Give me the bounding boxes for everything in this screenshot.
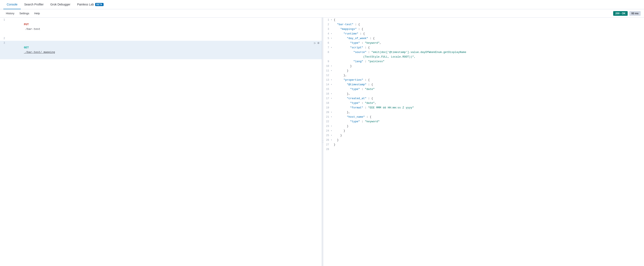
fold-13[interactable]: ▾ (331, 78, 334, 82)
json-num-17: 17 (323, 96, 331, 101)
settings-label: Settings (19, 12, 29, 15)
json-num-2: 2 (323, 22, 331, 27)
tab-grok-debugger[interactable]: Grok Debugger (47, 0, 74, 9)
fold-20[interactable]: ▾ (331, 110, 334, 115)
fold-1[interactable]: ▾ (331, 18, 334, 22)
json-num-19: 19 (323, 105, 331, 110)
panel-divider[interactable]: ⋮⋮ (322, 18, 323, 266)
help-button[interactable]: Help (32, 9, 42, 18)
url-path-1: /bar-test (24, 28, 40, 31)
json-content-19: "format" : "EEE MMM dd HH:mm:ss Z yyyy" (334, 105, 644, 110)
json-num-21: 21 (323, 115, 331, 119)
fold-11[interactable]: ▾ (331, 68, 334, 73)
fold-21[interactable]: ▾ (331, 115, 334, 119)
json-content-4: "runtime" : { (334, 32, 644, 36)
json-content-5: "day_of_week" : { (334, 36, 644, 41)
method-get: GET (24, 46, 29, 49)
editor-line-2: 2 (0, 36, 322, 41)
json-line-25: 25 ▾ } (323, 133, 644, 138)
toolbar: History Settings Help 200 - OK 93 ms (0, 9, 644, 18)
method-put: PUT (24, 23, 29, 26)
json-content-17: "created_at" : { (334, 96, 644, 101)
editor-content[interactable]: 1 PUT /bar-test 2 3 GET /bar-test/_mappi… (0, 18, 322, 266)
fold-16[interactable]: ▾ (331, 92, 334, 96)
json-content-3: "mappings" : { (334, 27, 644, 32)
json-content-6: "type" : "keyword", (334, 41, 644, 45)
json-num-5: 5 (323, 36, 331, 41)
line-content-1[interactable]: PUT /bar-test (8, 18, 322, 36)
settings-button[interactable]: Settings (17, 9, 32, 18)
json-line-18: 18 "type" : "date", (323, 101, 644, 105)
json-content-7: "script" : { (334, 45, 644, 50)
json-content-15: "type" : "date" (334, 87, 644, 92)
json-line-10: 10 ▾ } (323, 64, 644, 68)
fold-14[interactable]: ▾ (331, 82, 334, 87)
json-line-15: 15 "type" : "date" (323, 87, 644, 92)
json-line-21: 21 ▾ "host_name" : { (323, 115, 644, 119)
json-content-20: }, (334, 110, 644, 115)
tab-grok-debugger-label: Grok Debugger (50, 3, 70, 6)
fold-26[interactable]: ▾ (331, 138, 334, 143)
json-content-8b: (TextStyle.FULL, Locale.ROOT))", (334, 55, 644, 59)
json-num-25: 25 (323, 133, 331, 138)
json-line-26: 26 ▾ } (323, 138, 644, 143)
json-num-16: 16 (323, 92, 331, 96)
fold-23[interactable]: ▾ (331, 124, 334, 128)
line-actions-3: ▷ ⚙ (314, 41, 322, 45)
json-line-22: 22 "type" : "keyword" (323, 119, 644, 124)
json-content-25: } (334, 133, 644, 138)
json-content-12: }, (334, 73, 644, 78)
json-content-13: "properties" : { (334, 78, 644, 82)
json-line-27: 27 } (323, 143, 644, 147)
json-num-8: 8 (323, 50, 331, 55)
json-num-10: 10 (323, 64, 331, 68)
json-content-1: { (334, 18, 644, 22)
tab-search-profiler[interactable]: Search Profiler (21, 0, 47, 9)
json-num-7: 7 (323, 45, 331, 50)
json-line-24: 24 ▾ } (323, 128, 644, 133)
tab-painless-lab-label: Painless Lab (77, 3, 94, 6)
json-num-11: 11 (323, 68, 331, 73)
json-line-13: 13 ▾ "properties" : { (323, 78, 644, 82)
line-content-3[interactable]: GET /bar-test/_mapping (8, 41, 314, 59)
json-content-9: "lang" : "painless" (334, 59, 644, 64)
json-line-4: 4 ▾ "runtime" : { (323, 32, 644, 36)
response-panel: 1 ▾ { 2 "bar-test" : { 3 "mappings" : { … (323, 18, 644, 266)
divider-handle: ⋮⋮ (322, 140, 324, 144)
json-line-8b: (TextStyle.FULL, Locale.ROOT))", (323, 55, 644, 59)
tab-painless-lab[interactable]: Painless Lab BETA (74, 0, 107, 9)
beta-badge: BETA (95, 3, 104, 6)
json-line-19: 19 "format" : "EEE MMM dd HH:mm:ss Z yyy… (323, 105, 644, 110)
json-line-7: 7 ▾ "script" : { (323, 45, 644, 50)
json-content-23: } (334, 124, 644, 128)
fold-5[interactable]: ▾ (331, 36, 334, 41)
fold-25[interactable]: ▾ (331, 133, 334, 138)
fold-17[interactable]: ▾ (331, 96, 334, 101)
json-num-3: 3 (323, 27, 331, 32)
fold-7[interactable]: ▾ (331, 45, 334, 50)
fold-24[interactable]: ▾ (331, 128, 334, 133)
json-content-21: "host_name" : { (334, 115, 644, 119)
response-content[interactable]: 1 ▾ { 2 "bar-test" : { 3 "mappings" : { … (323, 18, 644, 266)
json-content-18: "type" : "date", (334, 101, 644, 105)
json-line-3: 3 "mappings" : { (323, 27, 644, 32)
history-button[interactable]: History (3, 9, 17, 18)
json-num-14: 14 (323, 82, 331, 87)
line-num-1: 1 (0, 18, 8, 22)
fold-4[interactable]: ▾ (331, 32, 334, 36)
tab-console[interactable]: Console (3, 0, 21, 9)
json-line-14: 14 ▾ "@timestamp" : { (323, 82, 644, 87)
json-num-24: 24 (323, 128, 331, 133)
json-num-20: 20 (323, 110, 331, 115)
json-line-23: 23 ▾ } (323, 124, 644, 128)
json-line-5: 5 ▾ "day_of_week" : { (323, 36, 644, 41)
json-num-28: 28 (323, 147, 331, 152)
json-num-26: 26 (323, 138, 331, 143)
json-content-8: "source" : "emit(doc['@timestamp'].value… (334, 50, 644, 55)
json-line-11: 11 ▾ } (323, 68, 644, 73)
editor-line-3: 3 GET /bar-test/_mapping ▷ ⚙ (0, 41, 322, 59)
fold-10[interactable]: ▾ (331, 64, 334, 68)
wrench-icon[interactable]: ⚙ (318, 41, 319, 45)
run-icon[interactable]: ▷ (314, 41, 316, 45)
line-num-3: 3 (0, 41, 8, 45)
